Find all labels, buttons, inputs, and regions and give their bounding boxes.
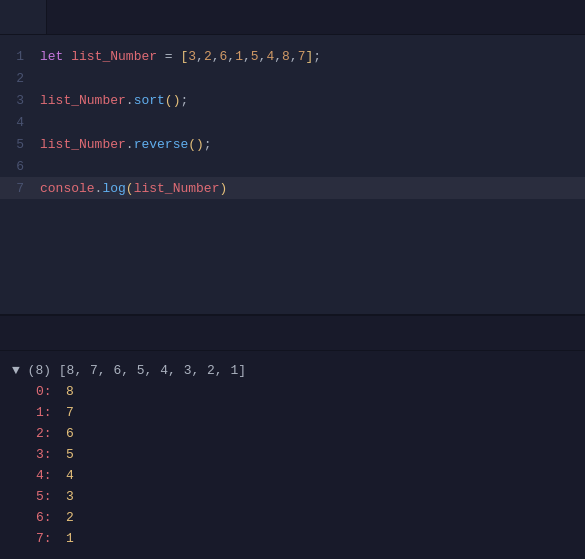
console-item-index: 7: — [36, 531, 66, 546]
fn-name-token: console — [40, 181, 95, 196]
console-item-index: 3: — [36, 447, 66, 462]
kw-token: let — [40, 49, 63, 64]
num-token: 8 — [282, 49, 290, 64]
line-number: 5 — [0, 137, 40, 152]
num-token: 1 — [235, 49, 243, 64]
console-item: 2: 6 — [36, 423, 573, 444]
console-item: 1: 7 — [36, 402, 573, 423]
console-items: 0: 81: 72: 63: 54: 45: 36: 27: 1 — [12, 381, 573, 549]
line-number: 3 — [0, 93, 40, 108]
line-number: 2 — [0, 71, 40, 86]
console-tab-bar — [0, 316, 585, 351]
paren-token: ( — [126, 181, 134, 196]
code-line: 2 — [0, 67, 585, 89]
paren-token: ) — [219, 181, 227, 196]
var-token: list_Number — [40, 137, 126, 152]
console-item-value: 4 — [66, 468, 74, 483]
console-item-index: 5: — [36, 489, 66, 504]
code-content: list_Number.reverse(); — [40, 137, 212, 152]
console-item: 4: 4 — [36, 465, 573, 486]
console-item-index: 0: — [36, 384, 66, 399]
console-item: 3: 5 — [36, 444, 573, 465]
line-number: 6 — [0, 159, 40, 174]
console-item-value: 5 — [66, 447, 74, 462]
num-token: 3 — [188, 49, 196, 64]
code-area: 1let list_Number = [3,2,6,1,5,4,8,7];23l… — [0, 35, 585, 314]
console-item-value: 8 — [66, 384, 74, 399]
console-item: 0: 8 — [36, 381, 573, 402]
console-item: 5: 3 — [36, 486, 573, 507]
code-line: 6 — [0, 155, 585, 177]
console-item-value: 2 — [66, 510, 74, 525]
console-item-index: 6: — [36, 510, 66, 525]
console-item-value: 6 — [66, 426, 74, 441]
console-item-value: 1 — [66, 531, 74, 546]
code-line: 3list_Number.sort(); — [0, 89, 585, 111]
editor-area: 1let list_Number = [3,2,6,1,5,4,8,7];23l… — [0, 0, 585, 314]
line-number: 7 — [0, 181, 40, 196]
code-content: console.log(list_Number) — [40, 181, 227, 196]
tab-bar — [0, 0, 585, 35]
paren-token: () — [188, 137, 204, 152]
var-token: list_Number — [134, 181, 220, 196]
code-line: 1let list_Number = [3,2,6,1,5,4,8,7]; — [0, 45, 585, 67]
console-item: 6: 2 — [36, 507, 573, 528]
code-line: 5list_Number.reverse(); — [0, 133, 585, 155]
code-content: list_Number.sort(); — [40, 93, 188, 108]
var-token: list_Number — [40, 93, 126, 108]
console-output: ▼ (8) [8, 7, 6, 5, 4, 3, 2, 1]0: 81: 72:… — [0, 351, 585, 559]
num-token: 2 — [204, 49, 212, 64]
console-item-index: 2: — [36, 426, 66, 441]
method-token: reverse — [134, 137, 189, 152]
code-content: let list_Number = [3,2,6,1,5,4,8,7]; — [40, 49, 321, 64]
console-summary-line: ▼ (8) [8, 7, 6, 5, 4, 3, 2, 1] — [12, 359, 573, 381]
paren-token: () — [165, 93, 181, 108]
console-item-value: 3 — [66, 489, 74, 504]
console-summary: ▼ (8) [8, 7, 6, 5, 4, 3, 2, 1] — [12, 363, 246, 378]
method-token: sort — [134, 93, 165, 108]
fn-method-token: log — [102, 181, 125, 196]
console-item-index: 1: — [36, 405, 66, 420]
console-item-index: 4: — [36, 468, 66, 483]
editor-tab[interactable] — [0, 0, 47, 34]
tab-close-button[interactable] — [18, 9, 34, 25]
line-number: 4 — [0, 115, 40, 130]
code-line: 7console.log(list_Number) — [0, 177, 585, 199]
code-line: 4 — [0, 111, 585, 133]
console-item: 7: 1 — [36, 528, 573, 549]
line-number: 1 — [0, 49, 40, 64]
console-panel: ▼ (8) [8, 7, 6, 5, 4, 3, 2, 1]0: 81: 72:… — [0, 314, 585, 559]
num-token: 5 — [251, 49, 259, 64]
console-item-value: 7 — [66, 405, 74, 420]
var-token: list_Number — [71, 49, 157, 64]
